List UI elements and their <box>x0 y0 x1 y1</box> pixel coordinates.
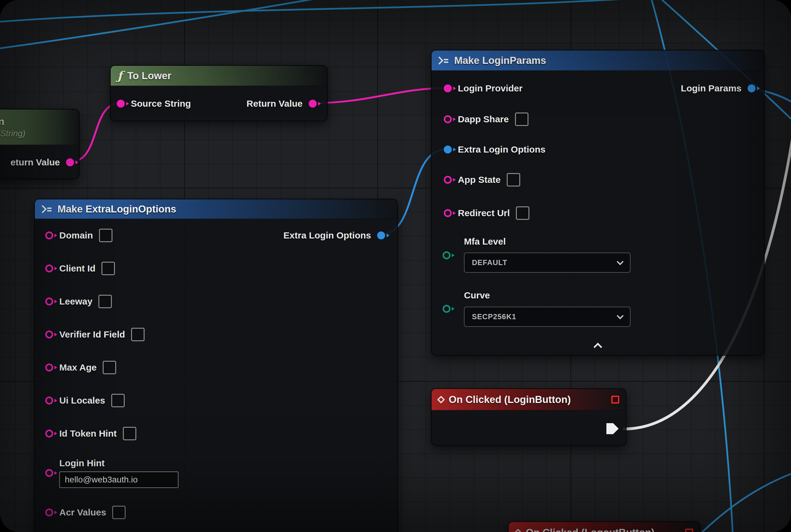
node-title: Make LoginParams <box>454 55 546 66</box>
curve-pin[interactable] <box>443 305 450 313</box>
node-title: On Clicked (LogoutButton) <box>526 527 655 532</box>
login-hint-input[interactable]: hello@web3auth.io <box>59 472 178 488</box>
node-title: Make ExtraLoginOptions <box>57 203 176 215</box>
mfa-level-value: DEFAULT <box>472 258 507 267</box>
node-header[interactable]: Make LoginParams <box>431 51 764 71</box>
verifier-id-field-pin[interactable] <box>45 330 53 339</box>
wire-blue-top-long[interactable] <box>0 0 677 22</box>
source-string-pin[interactable] <box>117 100 125 108</box>
login-provider-pin[interactable] <box>444 84 452 92</box>
node-header[interactable]: On Clicked (LogoutButton) <box>508 522 700 532</box>
acr-values-label: Acr Values <box>59 507 106 518</box>
ui-locales-pin[interactable] <box>45 397 53 404</box>
return-value-label: Return Value <box>247 98 303 109</box>
max-age-label: Max Age <box>59 362 97 373</box>
id-token-hint-pin[interactable] <box>45 430 53 438</box>
exec-output-pin[interactable] <box>606 423 619 434</box>
leeway-pin[interactable] <box>45 298 53 305</box>
chevron-down-icon <box>617 258 624 265</box>
client-id-checkbox[interactable] <box>101 262 115 275</box>
dapp-share-label: Dapp Share <box>458 114 509 125</box>
return-value-label: eturn Value <box>11 157 60 168</box>
login-params-output-label: Login Params <box>681 83 741 94</box>
id-token-hint-label: Id Token Hint <box>59 429 117 439</box>
pin-row-verifier-id-field: Verifier Id Field <box>35 318 397 351</box>
acr-values-pin[interactable] <box>45 509 53 516</box>
curve-dropdown[interactable]: SECP256K1 <box>464 307 631 327</box>
curve-label: Curve <box>464 290 490 301</box>
pin-row-acr-values: Acr Values <box>35 496 397 529</box>
app-state-checkbox[interactable] <box>507 173 520 187</box>
collapse-advanced-toggle[interactable] <box>431 341 764 350</box>
login-provider-label: Login Provider <box>458 83 523 94</box>
pin-row-login-hint: Login Hint hello@web3auth.io <box>35 450 397 496</box>
string-output-pin[interactable] <box>66 158 74 166</box>
event-signature-icon <box>685 529 693 532</box>
wire-blue-bottom-right[interactable] <box>697 472 791 532</box>
client-id-pin[interactable] <box>45 264 53 272</box>
node-make-extra-login-options[interactable]: Make ExtraLoginOptions Extra Login Optio… <box>34 199 398 532</box>
mfa-level-label: Mfa Level <box>464 236 506 247</box>
verifier-id-field-checkbox[interactable] <box>131 328 144 341</box>
pin-row-login-provider: Login Provider <box>444 81 523 96</box>
extra-login-options-input-label: Extra Login Options <box>458 144 545 155</box>
app-state-pin[interactable] <box>444 176 452 184</box>
login-params-output-pin[interactable] <box>748 84 755 92</box>
curve-value: SECP256K1 <box>472 312 516 321</box>
domain-label: Domain <box>59 230 93 241</box>
redirect-url-checkbox[interactable] <box>516 206 529 220</box>
node-title-fragment: tion <box>0 116 4 128</box>
pin-row-max-age: Max Age <box>35 351 397 384</box>
event-diamond-icon <box>514 529 522 532</box>
node-title: On Clicked (LoginButton) <box>449 394 571 405</box>
dapp-share-checkbox[interactable] <box>515 113 528 126</box>
node-header[interactable]: On Clicked (LoginButton) <box>431 389 626 410</box>
pin-row-app-state: App State <box>444 172 520 187</box>
pin-row-client-id: Client Id <box>35 252 397 285</box>
pin-row-extra-login-options: Extra Login Options <box>444 142 545 157</box>
node-on-clicked-logout-button[interactable]: On Clicked (LogoutButton) <box>508 521 700 532</box>
login-hint-pin[interactable] <box>45 469 53 477</box>
event-signature-icon <box>611 396 619 404</box>
domain-pin[interactable] <box>45 231 53 240</box>
mfa-level-pin[interactable] <box>443 251 450 259</box>
max-age-checkbox[interactable] <box>103 361 116 374</box>
pin-row-ui-locales: Ui Locales <box>35 384 397 417</box>
node-subtitle-fragment: ox (String) <box>0 129 25 138</box>
login-params-output: Login Params <box>681 81 755 96</box>
leeway-checkbox[interactable] <box>98 295 112 308</box>
client-id-label: Client Id <box>59 263 95 274</box>
wire-blue-top-left[interactable] <box>0 0 335 49</box>
node-to-lower[interactable]: ƒ To Lower Source String Return Value <box>110 65 328 121</box>
extra-login-options-output-label: Extra Login Options <box>283 230 371 241</box>
graph-canvas[interactable]: tion ox (String) eturn Value ƒ To Lower … <box>0 0 791 532</box>
redirect-url-pin[interactable] <box>444 209 452 217</box>
ui-locales-checkbox[interactable] <box>111 394 125 407</box>
event-diamond-icon <box>437 396 445 403</box>
id-token-hint-checkbox[interactable] <box>123 427 136 440</box>
ui-locales-label: Ui Locales <box>59 395 105 406</box>
dapp-share-pin[interactable] <box>444 115 452 123</box>
node-function-partial[interactable]: tion ox (String) eturn Value <box>0 109 79 179</box>
app-state-label: App State <box>458 175 501 185</box>
max-age-pin[interactable] <box>45 363 53 372</box>
make-struct-icon <box>438 57 449 64</box>
extra-login-options-input-pin[interactable] <box>444 146 452 153</box>
node-on-clicked-login-button[interactable]: On Clicked (LoginButton) <box>431 388 626 446</box>
node-header[interactable]: ƒ To Lower <box>111 66 327 86</box>
node-header[interactable]: tion ox (String) <box>0 110 79 145</box>
chevron-down-icon <box>617 312 624 320</box>
return-value-pin[interactable] <box>309 100 317 108</box>
acr-values-checkbox[interactable] <box>112 506 126 519</box>
extra-login-options-output-pin[interactable] <box>377 231 385 240</box>
function-f-icon: ƒ <box>117 69 122 82</box>
make-struct-icon <box>42 205 53 213</box>
wire-return-to-login-provider[interactable] <box>313 88 447 103</box>
node-header[interactable]: Make ExtraLoginOptions <box>35 200 397 219</box>
node-title: To Lower <box>127 70 171 82</box>
redirect-url-label: Redirect Url <box>458 208 510 218</box>
mfa-level-dropdown[interactable]: DEFAULT <box>464 252 631 273</box>
domain-checkbox[interactable] <box>99 229 113 242</box>
node-make-login-params[interactable]: Make LoginParams Login Provider Dapp Sha… <box>431 50 765 356</box>
blueprint-editor-screen: tion ox (String) eturn Value ƒ To Lower … <box>0 0 791 532</box>
